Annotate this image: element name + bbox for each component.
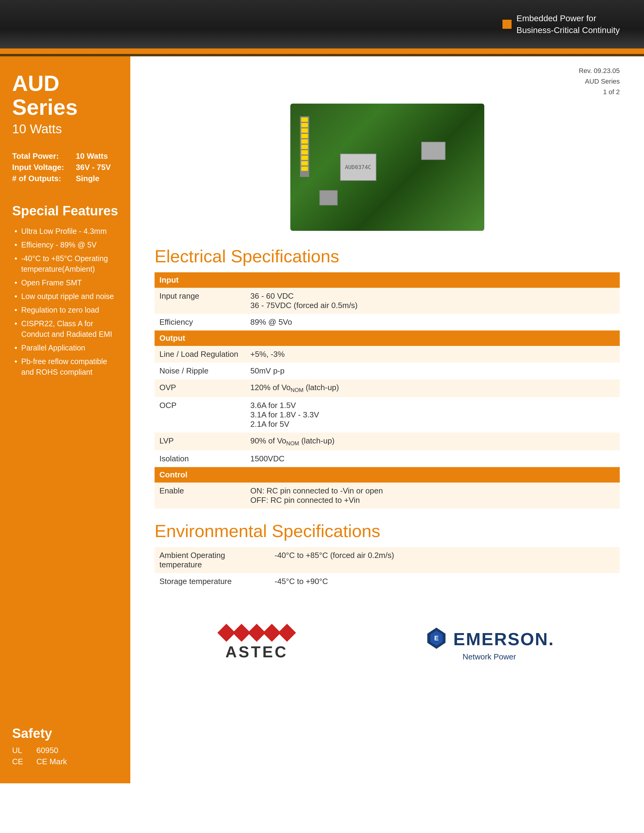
spec-label-outputs: # of Outputs: [12, 174, 73, 183]
value-cell: 1500VDC [245, 450, 620, 467]
emerson-name: EMERSON. [453, 629, 554, 649]
series-title: AUD Series [12, 71, 118, 119]
spec-row-power: Total Power: 10 Watts [12, 151, 118, 161]
safety-title: Safety [12, 726, 118, 741]
pcb-secondary-chip [421, 142, 446, 160]
table-row: OCP 3.6A for 1.5V 3.1A for 1.8V - 3.3V 2… [155, 397, 620, 433]
pcb-third-chip [319, 190, 338, 205]
safety-value-ce: CE Mark [36, 757, 67, 766]
main-layout: AUD Series 10 Watts Total Power: 10 Watt… [0, 56, 644, 783]
spec-label-voltage: Input Voltage: [12, 162, 73, 172]
product-image-container: AUD0374C [155, 104, 620, 231]
list-item: -40°C to +85°C Operating temperature(Amb… [12, 252, 118, 276]
footer-logos: ASTEC E EMERSON. Network Power [155, 626, 620, 674]
spec-value-power: 10 Watts [76, 151, 108, 161]
safety-value-ul: 60950 [36, 746, 58, 755]
value-cell: 3.6A for 1.5V 3.1A for 1.8V - 3.3V 2.1A … [245, 397, 620, 433]
label-cell: OVP [155, 379, 245, 397]
label-cell: Enable [155, 482, 245, 508]
table-row: LVP 90% of VoNOM (latch-up) [155, 433, 620, 450]
table-row: Isolation 1500VDC [155, 450, 620, 467]
pcb-pin [301, 134, 308, 138]
label-cell: Isolation [155, 450, 245, 467]
specs-block: Total Power: 10 Watts Input Voltage: 36V… [12, 151, 118, 185]
output-header-cell: Output [155, 330, 620, 346]
pcb-pin [301, 150, 308, 154]
list-item: Regulation to zero load [12, 303, 118, 317]
table-row: Storage temperature -45°C to +90°C [155, 573, 620, 590]
label-cell: Noise / Ripple [155, 363, 245, 379]
label-cell: OCP [155, 397, 245, 433]
value-cell: -40°C to +85°C (forced air 0.2m/s) [270, 547, 620, 573]
control-header-row: Control [155, 467, 620, 482]
pcb-pin [301, 117, 308, 122]
spec-label-power: Total Power: [12, 151, 73, 161]
emerson-icon: E [424, 626, 449, 650]
spec-row-outputs: # of Outputs: Single [12, 174, 118, 183]
emerson-top: E EMERSON. [424, 626, 554, 652]
features-title: Special Features [12, 203, 118, 219]
input-header-row: Input [155, 272, 620, 288]
electrical-specs-table: Input Input range 36 - 60 VDC 36 - 75VDC… [155, 272, 620, 508]
value-cell: +5%, -3% [245, 346, 620, 363]
label-cell: Input range [155, 288, 245, 314]
product-image: AUD0374C [290, 104, 484, 231]
svg-text:E: E [434, 634, 438, 642]
table-row: Efficiency 89% @ 5Vo [155, 314, 620, 330]
sidebar: AUD Series 10 Watts Total Power: 10 Watt… [0, 56, 130, 783]
pcb-main-chip: AUD0374C [340, 154, 377, 181]
brand-icon [502, 20, 512, 29]
list-item: Open Frame SMT [12, 276, 118, 289]
header-brand-text: Embedded Power for Business-Critical Con… [517, 13, 620, 36]
value-cell: -45°C to +90°C [270, 573, 620, 590]
list-item: Efficiency - 89% @ 5V [12, 238, 118, 252]
safety-row-ce: CE CE Mark [12, 757, 118, 766]
header-brand: Embedded Power for Business-Critical Con… [502, 13, 620, 36]
diamond-icon [278, 624, 296, 642]
environmental-specs-table: Ambient Operating temperature -40°C to +… [155, 547, 620, 590]
series-subtitle: 10 Watts [12, 122, 118, 136]
value-cell: 120% of VoNOM (latch-up) [245, 379, 620, 397]
accent-bar [0, 48, 644, 54]
safety-label-ce: CE [12, 757, 30, 766]
label-cell: Line / Load Regulation [155, 346, 245, 363]
pcb-pin [301, 161, 308, 166]
label-cell: Ambient Operating temperature [155, 547, 270, 573]
table-row: Ambient Operating temperature -40°C to +… [155, 547, 620, 573]
astec-text: ASTEC [225, 643, 288, 661]
list-item: Low output ripple and noise [12, 289, 118, 303]
label-cell: Storage temperature [155, 573, 270, 590]
output-header-row: Output [155, 330, 620, 346]
features-list: Ultra Low Profile - 4.3mm Efficiency - 8… [12, 224, 118, 379]
rev-info: Rev. 09.23.05 AUD Series 1 of 2 [155, 66, 620, 98]
pcb-pin [301, 129, 308, 133]
table-row: Enable ON: RC pin connected to -Vin or o… [155, 482, 620, 508]
pcb-pin [301, 123, 308, 127]
value-cell: 50mV p-p [245, 363, 620, 379]
pcb-pin [301, 145, 308, 149]
header: Embedded Power for Business-Critical Con… [0, 0, 644, 48]
label-cell: LVP [155, 433, 245, 450]
environmental-specs-heading: Environmental Specifications [155, 521, 620, 541]
accent-bar-dark [0, 54, 644, 56]
spec-value-voltage: 36V - 75V [76, 162, 111, 172]
input-header-cell: Input [155, 272, 620, 288]
emerson-logo: E EMERSON. Network Power [424, 626, 554, 661]
label-cell: Efficiency [155, 314, 245, 330]
list-item: CISPR22, Class A for Conduct and Radiate… [12, 317, 118, 341]
pcb-pin [301, 139, 308, 143]
pcb-pin [301, 156, 308, 160]
table-row: OVP 120% of VoNOM (latch-up) [155, 379, 620, 397]
table-row: Input range 36 - 60 VDC 36 - 75VDC (forc… [155, 288, 620, 314]
list-item: Pb-free reflow compatible and ROHS compl… [12, 355, 118, 379]
control-header-cell: Control [155, 467, 620, 482]
content: Rev. 09.23.05 AUD Series 1 of 2 [130, 56, 644, 783]
table-row: Line / Load Regulation +5%, -3% [155, 346, 620, 363]
table-row: Noise / Ripple 50mV p-p [155, 363, 620, 379]
emerson-sub: Network Power [462, 652, 516, 661]
astec-logo: ASTEC [220, 626, 293, 661]
safety-label-ul: UL [12, 746, 30, 755]
features-section: Special Features Ultra Low Profile - 4.3… [12, 203, 118, 708]
value-cell: 36 - 60 VDC 36 - 75VDC (forced air 0.5m/… [245, 288, 620, 314]
safety-section: Safety UL 60950 CE CE Mark [12, 708, 118, 768]
